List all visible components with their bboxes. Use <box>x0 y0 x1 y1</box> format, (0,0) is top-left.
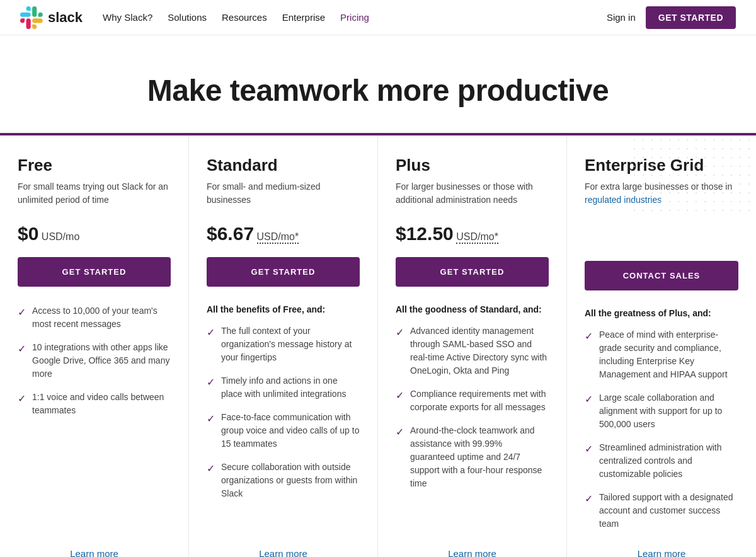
list-item: ✓ Peace of mind with enterprise-grade se… <box>585 328 738 381</box>
nav-why-slack[interactable]: Why Slack? <box>103 12 152 23</box>
logo[interactable]: slack <box>20 6 83 29</box>
list-item: ✓ 10 integrations with other apps like G… <box>18 341 171 381</box>
plan-plus-price: $12.50 <box>396 223 454 244</box>
check-icon: ✓ <box>585 392 593 431</box>
list-item: ✓ Face-to-face communication with group … <box>207 411 360 451</box>
plan-free-price: $0 <box>18 223 38 244</box>
check-icon: ✓ <box>18 342 26 381</box>
check-icon: ✓ <box>396 425 404 490</box>
sign-in-link[interactable]: Sign in <box>607 12 636 23</box>
check-icon: ✓ <box>207 411 215 451</box>
plan-free-name: Free <box>18 156 171 175</box>
list-item: ✓ 1:1 voice and video calls between team… <box>18 391 171 417</box>
list-item: ✓ Large scale collaboration and alignmen… <box>585 391 738 431</box>
plan-plus-name: Plus <box>396 156 549 175</box>
check-icon: ✓ <box>396 388 404 414</box>
list-item: ✓ Tailored support with a designated acc… <box>585 491 738 531</box>
plan-standard-price-row: $6.67 USD/mo* <box>207 223 360 244</box>
plan-free-benefits: ✓ Access to 10,000 of your team's most r… <box>18 304 171 531</box>
check-icon: ✓ <box>18 305 26 331</box>
list-item: ✓ Around-the-clock teamwork and assistan… <box>396 424 549 490</box>
list-item: ✓ Compliance requirements met with corpo… <box>396 388 549 414</box>
logo-text: slack <box>48 9 83 26</box>
plan-plus-price-row: $12.50 USD/mo* <box>396 223 549 244</box>
nav-get-started-button[interactable]: GET STARTED <box>646 6 736 29</box>
plan-enterprise-cta[interactable]: CONTACT SALES <box>585 261 738 290</box>
plan-plus-cta[interactable]: GET STARTED <box>396 257 549 287</box>
plan-free-learn-more[interactable]: Learn more <box>18 531 171 557</box>
check-icon: ✓ <box>18 391 26 417</box>
plan-free: Free For small teams trying out Slack fo… <box>0 135 189 557</box>
hero-title: Make teamwork more productive <box>13 73 743 108</box>
plan-standard-benefits: ✓ The full context of your organization'… <box>207 324 360 531</box>
list-item: ✓ Timely info and actions in one place w… <box>207 374 360 401</box>
plan-plus: Plus For larger businesses or those with… <box>378 135 567 557</box>
plan-standard-unit: USD/mo* <box>257 231 299 242</box>
plan-enterprise-name: Enterprise Grid <box>585 156 738 175</box>
plan-standard-benefits-label: All the benefits of Free, and: <box>207 304 360 314</box>
plan-standard: Standard For small- and medium-sized bus… <box>189 135 378 557</box>
nav-links: Why Slack? Solutions Resources Enterpris… <box>103 12 607 23</box>
nav-resources[interactable]: Resources <box>222 12 267 23</box>
plan-free-unit: USD/mo <box>42 231 79 242</box>
plan-enterprise: Enterprise Grid For extra large business… <box>567 135 756 557</box>
check-icon: ✓ <box>585 442 593 481</box>
nav-solutions[interactable]: Solutions <box>168 12 207 23</box>
plan-standard-price: $6.67 <box>207 223 254 244</box>
nav-pricing[interactable]: Pricing <box>340 12 369 23</box>
plan-free-price-row: $0 USD/mo <box>18 223 171 244</box>
plan-plus-benefits-label: All the goodness of Standard, and: <box>396 304 549 314</box>
check-icon: ✓ <box>585 491 593 531</box>
plan-standard-cta[interactable]: GET STARTED <box>207 257 360 287</box>
plan-standard-desc: For small- and medium-sized businesses <box>207 180 360 210</box>
check-icon: ✓ <box>207 461 215 500</box>
plan-enterprise-benefits: ✓ Peace of mind with enterprise-grade se… <box>585 328 738 531</box>
plan-free-desc: For small teams trying out Slack for an … <box>18 180 171 210</box>
nav-enterprise[interactable]: Enterprise <box>282 12 325 23</box>
check-icon: ✓ <box>207 325 215 364</box>
plan-plus-unit: USD/mo* <box>456 231 498 242</box>
list-item: ✓ Secure collaboration with outside orga… <box>207 461 360 500</box>
hero-section: Make teamwork more productive <box>0 35 756 133</box>
list-item: ✓ Access to 10,000 of your team's most r… <box>18 304 171 331</box>
navigation: slack Why Slack? Solutions Resources Ent… <box>0 0 756 35</box>
list-item: ✓ The full context of your organization'… <box>207 324 360 364</box>
plan-enterprise-price-row <box>585 223 738 248</box>
list-item: ✓ Advanced identity management through S… <box>396 324 549 377</box>
check-icon: ✓ <box>396 325 404 377</box>
check-icon: ✓ <box>207 375 215 401</box>
pricing-section: Free For small teams trying out Slack fo… <box>0 133 756 557</box>
plan-plus-learn-more[interactable]: Learn more <box>396 531 549 557</box>
plan-free-cta[interactable]: GET STARTED <box>18 257 171 287</box>
check-icon: ✓ <box>585 329 593 381</box>
regulated-industries-link[interactable]: regulated industries <box>585 195 662 205</box>
plan-plus-benefits: ✓ Advanced identity management through S… <box>396 324 549 531</box>
plan-standard-learn-more[interactable]: Learn more <box>207 531 360 557</box>
nav-right: Sign in GET STARTED <box>607 6 736 29</box>
plan-plus-desc: For larger businesses or those with addi… <box>396 180 549 210</box>
plan-enterprise-learn-more[interactable]: Learn more <box>585 531 738 557</box>
plan-enterprise-benefits-label: All the greatness of Plus, and: <box>585 308 738 318</box>
list-item: ✓ Streamlined administration with centra… <box>585 441 738 481</box>
plan-enterprise-desc: For extra large businesses or those in r… <box>585 180 738 210</box>
plan-standard-name: Standard <box>207 156 360 175</box>
